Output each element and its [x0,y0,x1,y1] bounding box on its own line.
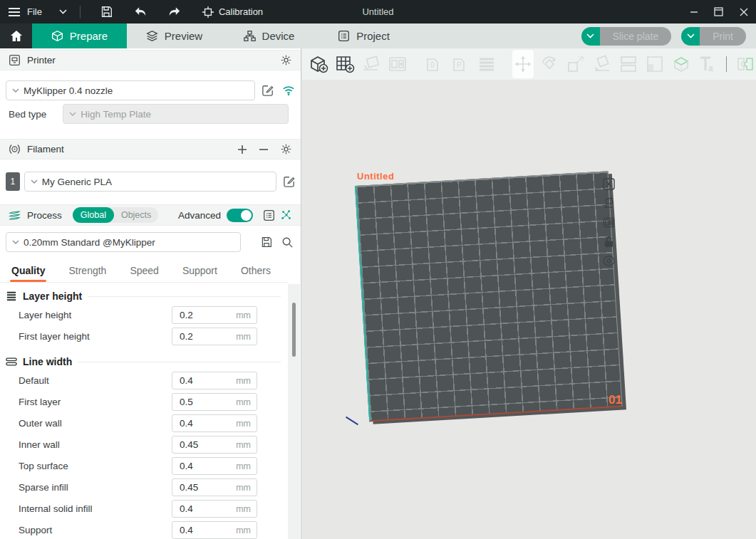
param-row: Layer height mm [19,306,288,324]
process-preset-select[interactable]: 0.20mm Standard @MyKlipper [6,232,241,252]
print-options-dropdown[interactable] [681,27,700,46]
edit-printer-icon[interactable] [262,85,274,96]
search-icon[interactable] [281,236,293,248]
scope-global[interactable]: Global [73,207,114,223]
plate-settings-icon[interactable] [601,253,616,268]
maximize-button[interactable] [706,0,731,23]
slice-plate-button[interactable]: Slice plate [600,27,672,46]
calibration-button[interactable]: Calibration [195,0,270,23]
hamburger-menu-icon[interactable] [9,8,20,16]
printer-section-title: Printer [27,55,56,66]
param-row: First layer height mm [19,328,288,345]
param-row: Default mm [19,372,288,389]
parameter-list-icon[interactable] [263,209,275,221]
text-tool-icon[interactable]: a [697,53,718,76]
tab-preview[interactable]: Preview [127,23,222,48]
device-icon [244,30,256,42]
printer-icon [9,54,21,66]
first-layer-line-width-input[interactable]: mm [172,393,257,411]
orient-plate-icon[interactable] [601,196,616,210]
undo-button[interactable] [127,0,154,23]
delete-plate-icon[interactable] [601,177,616,191]
compare-presets-icon[interactable] [281,209,292,221]
tab-prepare[interactable]: Prepare [32,23,127,48]
sparse-infill-line-width-input[interactable]: mm [172,478,257,496]
variable-layer-height-icon[interactable] [476,53,497,76]
tab-speed[interactable]: Speed [130,265,158,282]
auto-orient-icon[interactable] [361,53,382,76]
move-icon[interactable] [512,50,534,78]
slice-options-dropdown[interactable] [581,27,600,46]
tab-device[interactable]: Device [222,23,316,48]
printer-preset-select[interactable]: MyKlipper 0.4 nozzle [6,80,255,100]
print-button[interactable]: Print [700,27,746,46]
edit-filament-icon[interactable] [284,176,295,187]
default-line-width-input[interactable]: mm [172,372,257,389]
title-bar: File Calibration Untitled [0,0,756,23]
home-button[interactable] [0,23,32,48]
filament-settings-gear-icon[interactable] [280,143,292,155]
bed-type-select[interactable]: High Temp Plate [63,104,289,124]
filament-preset-select[interactable]: My Generic PLA [24,172,276,192]
scope-objects[interactable]: Objects [114,210,158,220]
save-button[interactable] [93,0,120,23]
fill-color-icon[interactable] [644,53,666,76]
plate-name-label: Untitled [357,171,394,182]
add-plate-icon[interactable] [334,53,356,76]
inner-wall-line-width-input[interactable]: mm [172,436,257,454]
svg-text:a: a [708,63,713,73]
copy-icon[interactable]: 0 [423,53,445,76]
param-row: Support mm [19,521,288,539]
process-section-header: Process Global Objects Advanced [0,204,301,226]
chevron-down-icon[interactable] [59,9,67,14]
paste-icon[interactable]: P [450,53,471,76]
slice-plate-split-button: Slice plate [581,27,672,46]
viewport-toolbar: 0 P a [302,48,756,80]
split-icon[interactable] [618,53,639,76]
file-menu[interactable]: File [27,6,42,17]
support-line-width-input[interactable]: mm [172,521,257,539]
prepare-icon [51,30,63,42]
outer-wall-line-width-input[interactable]: mm [172,414,257,432]
process-section-title: Process [27,210,62,221]
tab-others[interactable]: Others [241,265,271,282]
top-surface-line-width-input[interactable]: mm [172,457,257,475]
rotate-icon[interactable] [539,53,560,76]
close-button[interactable] [731,0,756,23]
scale-icon[interactable] [565,53,586,76]
advanced-toggle[interactable] [227,209,253,222]
param-row: Sparse infill mm [19,478,288,496]
build-plate[interactable] [355,171,623,422]
first-layer-height-input[interactable]: mm [172,328,257,345]
process-tabs: Quality Strength Speed Support Others [0,260,288,283]
lock-plate-icon[interactable] [601,234,616,248]
remove-filament-icon[interactable] [259,145,269,155]
arrange-plate-icon[interactable] [601,215,616,229]
internal-solid-infill-line-width-input[interactable]: mm [172,500,257,518]
add-filament-icon[interactable] [237,145,247,155]
process-scope-toggle[interactable]: Global Objects [73,207,159,223]
tab-support[interactable]: Support [182,265,217,282]
scene-3d[interactable]: Untitled 01 [302,80,756,539]
z-axis-indicator [346,417,358,425]
arrange-icon[interactable] [387,53,408,76]
redo-button[interactable] [161,0,188,23]
printer-connection-wifi-icon[interactable] [282,85,295,95]
tab-strength[interactable]: Strength [68,265,106,282]
lay-on-face-icon[interactable] [591,53,613,76]
mesh-boolean-icon[interactable] [670,53,692,76]
param-row: Internal solid infill mm [19,500,288,518]
nav-bar: Prepare Preview Device Project Slice pla… [0,23,756,48]
scrollbar-thumb[interactable] [292,303,296,357]
print-split-button: Print [681,27,746,46]
add-object-icon[interactable] [308,53,329,76]
filament-spool-icon [9,143,21,155]
assembly-icon[interactable] [735,53,756,76]
printer-settings-gear-icon[interactable] [280,54,292,66]
line-width-icon [6,357,17,366]
save-preset-icon[interactable] [261,236,272,248]
tab-project[interactable]: Project [316,23,411,48]
minimize-button[interactable] [681,0,706,23]
tab-quality[interactable]: Quality [11,265,45,282]
layer-height-input[interactable]: mm [172,306,257,324]
